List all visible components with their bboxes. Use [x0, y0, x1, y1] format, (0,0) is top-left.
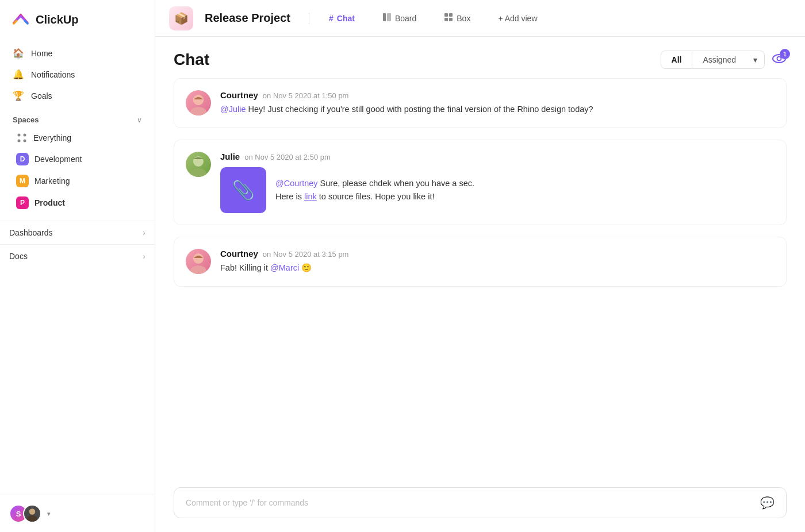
courtney-avatar-2 [186, 249, 211, 274]
tab-board[interactable]: Board [374, 9, 424, 27]
main-content: 📦 Release Project # Chat Board Box + Add… [155, 0, 805, 532]
filter-dropdown-button[interactable]: ▾ [746, 51, 764, 68]
svg-point-16 [193, 95, 204, 105]
tab-board-label: Board [395, 14, 416, 23]
sidebar: ClickUp 🏠 Home 🔔 Notifications 🏆 Goals S… [0, 0, 155, 532]
home-icon: 🏠 [13, 48, 24, 59]
tab-box[interactable]: Box [436, 9, 478, 27]
courtney-avatar-1 [186, 90, 211, 115]
tab-box-label: Box [457, 14, 470, 23]
msg-3-header: Courtney on Nov 5 2020 at 3:15 pm [220, 249, 775, 259]
spaces-chevron-icon: ∨ [137, 116, 142, 124]
tab-divider [309, 13, 309, 24]
docs-chevron-icon: › [143, 252, 145, 261]
sidebar-item-notifications[interactable]: 🔔 Notifications [7, 64, 148, 85]
sidebar-item-product[interactable]: P Product [3, 192, 151, 214]
svg-rect-7 [387, 13, 391, 21]
everything-label: Everything [33, 133, 71, 142]
box-icon [444, 13, 453, 24]
msg-2-content: Julie on Nov 5 2020 at 2:50 pm 📎 @Courtn… [220, 152, 775, 213]
topbar: 📦 Release Project # Chat Board Box + Add… [155, 0, 805, 37]
comment-placeholder: Comment or type '/' for commands [186, 498, 308, 507]
eye-icon-button[interactable]: 1 [772, 52, 787, 67]
sidebar-item-everything[interactable]: Everything [3, 128, 151, 148]
project-icon: 📦 [169, 6, 193, 30]
add-view-label: + Add view [498, 14, 537, 23]
tab-chat-label: Chat [337, 14, 355, 23]
eye-badge: 1 [780, 49, 790, 59]
msg-2-text: @Courtney Sure, please chdek when you ha… [275, 177, 474, 203]
add-view-button[interactable]: + Add view [490, 10, 545, 26]
paperclip-icon: 📎 [232, 179, 255, 201]
product-label: Product [34, 198, 65, 207]
project-title: Release Project [205, 11, 290, 25]
avatar-chevron-icon[interactable]: ▾ [47, 510, 51, 518]
svg-point-4 [29, 508, 36, 515]
filter-group: All Assigned ▾ [661, 51, 765, 69]
svg-rect-6 [383, 13, 386, 21]
board-icon [382, 13, 392, 24]
msg-1-time: on Nov 5 2020 at 1:50 pm [263, 91, 349, 100]
bell-icon: 🔔 [13, 69, 24, 80]
avatar-group[interactable]: S [9, 504, 41, 523]
svg-point-20 [190, 265, 206, 274]
msg-3-author: Courtney [220, 249, 258, 259]
mention-courtney: @Courtney [275, 179, 318, 188]
chat-hash-icon: # [329, 14, 334, 23]
julie-avatar [186, 152, 211, 177]
sidebar-item-marketing[interactable]: M Marketing [3, 170, 151, 192]
sidebar-item-development[interactable]: D Development [3, 148, 151, 170]
docs-label: Docs [9, 252, 28, 261]
sidebar-bottom: S ▾ [0, 495, 155, 532]
svg-point-5 [27, 515, 37, 522]
grid-icon [16, 132, 28, 144]
dropdown-chevron-icon: ▾ [753, 55, 757, 64]
msg-2-header: Julie on Nov 5 2020 at 2:50 pm [220, 152, 775, 161]
mention-julie: @Julie [220, 105, 246, 114]
sidebar-item-home[interactable]: 🏠 Home [7, 43, 148, 64]
attachment-icon-box: 📎 [220, 167, 266, 213]
tab-chat[interactable]: # Chat [321, 10, 363, 26]
source-link[interactable]: link [304, 192, 317, 201]
chat-header-right: All Assigned ▾ 1 [661, 51, 787, 69]
chat-area: Chat All Assigned ▾ 1 [155, 37, 805, 532]
sidebar-item-dashboards[interactable]: Dashboards › [0, 221, 155, 244]
expand-section: Dashboards › Docs › [0, 221, 155, 268]
comment-area: Comment or type '/' for commands 💬 [155, 478, 805, 532]
project-icon-emoji: 📦 [174, 11, 189, 25]
filter-assigned-button[interactable]: Assigned [692, 51, 746, 68]
msg-2-time: on Nov 5 2020 at 2:50 pm [244, 153, 331, 161]
logo-text: ClickUp [36, 13, 78, 26]
mention-marci: @Marci [270, 263, 299, 272]
messages-list: Courtney on Nov 5 2020 at 1:50 pm @Julie… [155, 78, 805, 478]
dashboards-label: Dashboards [9, 228, 53, 237]
marketing-badge: M [16, 175, 29, 187]
logo-area: ClickUp [0, 0, 155, 39]
msg-1-author: Courtney [220, 90, 258, 100]
clickup-logo-icon [12, 10, 30, 29]
svg-rect-11 [449, 18, 453, 21]
sidebar-item-goals[interactable]: 🏆 Goals [7, 85, 148, 106]
dashboards-chevron-icon: › [143, 228, 145, 237]
comment-box[interactable]: Comment or type '/' for commands 💬 [174, 487, 787, 518]
filter-all-button[interactable]: All [661, 51, 693, 68]
svg-rect-10 [444, 18, 448, 21]
spaces-header[interactable]: Spaces ∨ [0, 110, 155, 128]
trophy-icon: 🏆 [13, 90, 24, 101]
svg-point-19 [193, 253, 204, 264]
message-1: Courtney on Nov 5 2020 at 1:50 pm @Julie… [174, 78, 787, 128]
user-avatar-icon [24, 504, 40, 523]
sidebar-item-goals-label: Goals [31, 91, 52, 101]
development-label: Development [34, 155, 82, 164]
msg-2-attachment: 📎 @Courtney Sure, please chdek when you … [220, 167, 775, 213]
spaces-label: Spaces [13, 115, 39, 124]
chat-bubble-icon: 💬 [760, 496, 775, 510]
msg-3-time: on Nov 5 2020 at 3:15 pm [263, 250, 349, 259]
svg-point-18 [190, 168, 206, 177]
sidebar-item-docs[interactable]: Docs › [0, 244, 155, 268]
msg-1-content: Courtney on Nov 5 2020 at 1:50 pm @Julie… [220, 90, 775, 116]
msg-3-text: Fab! Killing it @Marci 🙂 [220, 262, 775, 275]
svg-rect-9 [449, 13, 453, 17]
message-2: Julie on Nov 5 2020 at 2:50 pm 📎 @Courtn… [174, 140, 787, 225]
marketing-label: Marketing [34, 176, 70, 186]
